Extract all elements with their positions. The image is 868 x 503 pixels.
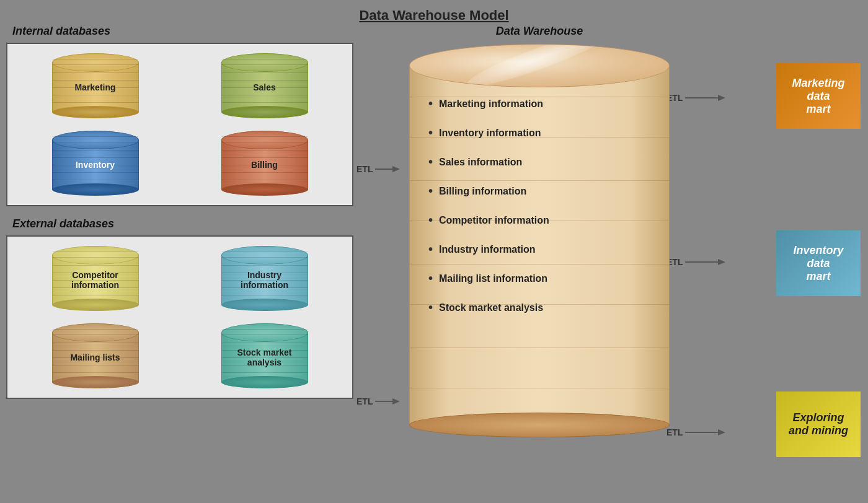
warehouse-item-6: Mailing list information [428, 271, 549, 286]
big-cylinder: Marketing information Inventory informat… [409, 44, 670, 437]
warehouse-title: Data Warehouse [384, 25, 694, 38]
warehouse-item-5: Industry information [428, 242, 549, 256]
cyl-label-billing: Billing [224, 160, 305, 170]
arrow-svg-5 [685, 427, 725, 437]
warehouse-item-0: Marketing information [428, 97, 549, 111]
stripes-industry [222, 247, 308, 264]
etl-label-2: ETL [356, 396, 373, 406]
cyl-top-mailing [52, 323, 139, 342]
data-mart-exploring: Exploringand mining [775, 390, 862, 458]
stripes-inventory [53, 131, 138, 149]
db-mailing: Mailing lists [17, 323, 174, 388]
cyl-top-competitor [52, 246, 139, 265]
external-db-box: Competitor information Indust [6, 235, 353, 399]
warehouse-item-4: Competitor information [428, 213, 549, 227]
db-competitor: Competitor information [17, 246, 174, 311]
cyl-bottom-stock [221, 376, 308, 388]
stripes-billing [222, 131, 308, 149]
cyl-bottom-competitor [52, 299, 139, 311]
warehouse-item-1: Inventory information [428, 126, 549, 140]
arrow-svg-3 [685, 93, 725, 103]
main-title: Data Warehouse Model [0, 0, 868, 24]
db-industry: Industry information [186, 246, 343, 311]
etl-arrow-marketing: ETL [666, 93, 725, 103]
warehouse-item-7: Stock market analysis [428, 300, 549, 315]
cyl-label-competitor: Competitor information [55, 270, 136, 290]
cyl-label-sales: Sales [224, 82, 305, 92]
db-marketing: Marketing [17, 53, 174, 118]
cyl-bottom-inventory [52, 183, 139, 196]
data-mart-marketing: Marketingdatamart [775, 62, 862, 130]
cyl-bottom-marketing [52, 106, 139, 118]
etl-arrow-exploring: ETL [666, 427, 725, 437]
stripes-competitor [53, 247, 138, 264]
stripes-stock [222, 324, 308, 341]
warehouse-section: Data Warehouse Marketing information Inv… [384, 25, 694, 437]
data-mart-inventory: Inventorydatamart [775, 229, 862, 297]
etl-label-1: ETL [356, 164, 373, 174]
svg-marker-7 [718, 259, 725, 265]
etl-arrow-inventory-mart: ETL [666, 257, 725, 267]
cyl-top-billing [221, 131, 308, 149]
big-cyl-top [409, 44, 670, 87]
cyl-top-industry [221, 246, 308, 265]
cyl-label-inventory: Inventory [55, 160, 136, 170]
cyl-bottom-mailing [52, 376, 139, 388]
db-sales: Sales [186, 53, 343, 118]
cyl-top-marketing [52, 53, 139, 72]
db-stock: Stock market analysis [186, 323, 343, 388]
cyl-top-stock [221, 323, 308, 342]
warehouse-list: Marketing information Inventory informat… [428, 97, 549, 330]
warehouse-item-3: Billing information [428, 184, 549, 198]
big-cyl-bottom [409, 413, 670, 437]
mart-marketing-label: Marketingdatamart [792, 77, 844, 116]
arrow-svg-4 [685, 257, 725, 267]
cyl-bottom-industry [221, 299, 308, 311]
cyl-bottom-billing [221, 183, 308, 196]
big-cyl-shine [463, 44, 616, 87]
warehouse-item-2: Sales information [428, 155, 549, 169]
cyl-label-industry: Industry information [224, 270, 305, 290]
mart-inventory-label: Inventorydatamart [793, 244, 843, 283]
stripes-marketing [53, 54, 138, 71]
stripes-mailing [53, 324, 138, 341]
stripes-sales [222, 54, 308, 71]
svg-marker-9 [718, 429, 725, 435]
db-billing: Billing [186, 131, 343, 196]
internal-section-title: Internal databases [12, 25, 353, 38]
cyl-label-mailing: Mailing lists [55, 352, 136, 362]
cyl-label-marketing: Marketing [55, 82, 136, 92]
cyl-top-inventory [52, 131, 139, 149]
etl-label-5: ETL [666, 427, 683, 437]
mart-exploring-label: Exploringand mining [789, 411, 848, 437]
external-section-title: External databases [12, 217, 353, 230]
cyl-label-stock: Stock market analysis [224, 348, 305, 367]
cyl-top-sales [221, 53, 308, 72]
internal-db-box: Marketing Sales [6, 43, 353, 206]
svg-marker-5 [718, 95, 725, 101]
db-inventory: Inventory [17, 131, 174, 196]
cyl-bottom-sales [221, 106, 308, 118]
big-cyl-body: Marketing information Inventory informat… [409, 66, 670, 425]
